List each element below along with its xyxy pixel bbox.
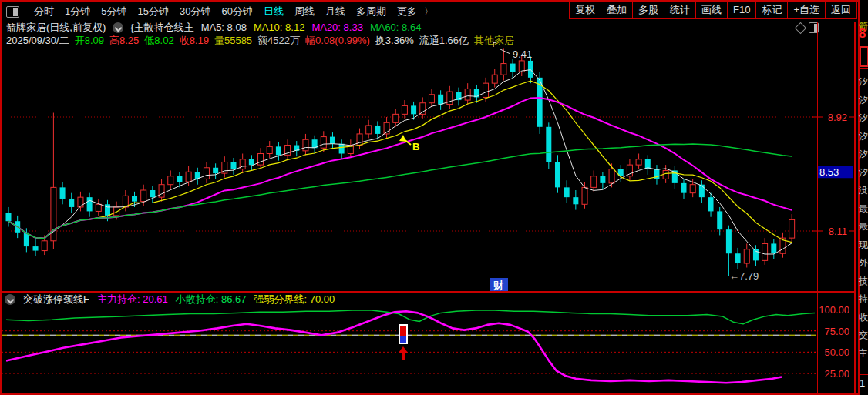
tab-more[interactable]: 更多 bbox=[392, 5, 422, 18]
sidebar-char: 交 bbox=[859, 326, 868, 345]
svg-text:25.00: 25.00 bbox=[824, 368, 849, 380]
sidebar-count: 1 bbox=[860, 377, 865, 389]
ma60-value: MA60: 8.64 bbox=[370, 22, 422, 33]
sidebar-char: 汐 bbox=[859, 109, 868, 128]
svg-text:F: F bbox=[493, 41, 497, 49]
axis-left-border bbox=[817, 22, 818, 393]
candlestick-chart[interactable]: 8.928.118.53F9.41B←7.79财 bbox=[2, 34, 854, 292]
sidebar-char: 收 bbox=[859, 309, 868, 327]
top-border bbox=[0, 0, 868, 2]
tab-30min[interactable]: 30分钟 bbox=[174, 5, 216, 18]
adjust-price-button[interactable]: 复权 bbox=[569, 2, 601, 18]
svg-text:50.00: 50.00 bbox=[824, 346, 849, 358]
tab-monthly[interactable]: 月线 bbox=[320, 5, 351, 18]
mark-button[interactable]: 标记 bbox=[755, 2, 787, 18]
indicator-header: 突破涨停颈线F 主力持仓: 20.61 小散持仓: 86.67 强弱分界线: 7… bbox=[5, 293, 335, 306]
window-layout-icon-fill bbox=[13, 8, 18, 16]
sidebar-char: 汐 bbox=[859, 164, 868, 182]
svg-text:100.00: 100.00 bbox=[819, 305, 849, 316]
sidebar-char: 汐 bbox=[859, 128, 868, 146]
back-button[interactable]: 返回 bbox=[825, 2, 856, 18]
period-toolbar: 分时 1分钟 5分钟 15分钟 30分钟 60分钟 日线 周线 月线 多周期 更… bbox=[5, 3, 433, 20]
ma20-value: MA20: 8.33 bbox=[311, 22, 363, 33]
overlay-button[interactable]: 叠加 bbox=[601, 2, 632, 18]
f10-button[interactable]: F10 bbox=[727, 2, 755, 18]
sidebar-char: 汐 bbox=[859, 73, 868, 92]
sidebar-divider-2 bbox=[858, 374, 868, 375]
sidebar-char: 持 bbox=[859, 290, 868, 309]
chevron-right-icon[interactable]: 〉 bbox=[424, 5, 433, 18]
add-watchlist-button[interactable]: +自选 bbox=[787, 2, 825, 18]
tab-timeshare[interactable]: 分时 bbox=[29, 5, 59, 18]
sidebar-char: 技 bbox=[859, 273, 868, 291]
panel-divider bbox=[0, 291, 856, 293]
sidebar-divider bbox=[858, 68, 868, 69]
tab-15min[interactable]: 15分钟 bbox=[132, 5, 173, 18]
svg-text:←7.79: ←7.79 bbox=[729, 270, 759, 282]
trading-app-window: 分时 1分钟 5分钟 15分钟 30分钟 60分钟 日线 周线 月线 多周期 更… bbox=[0, 0, 868, 395]
sidebar-char: 主 bbox=[859, 345, 868, 363]
tab-multi-period[interactable]: 多周期 bbox=[351, 5, 392, 18]
draw-line-button[interactable]: 画线 bbox=[695, 2, 727, 18]
ma5-value: MA5: 8.08 bbox=[201, 22, 247, 33]
tab-5min[interactable]: 5分钟 bbox=[96, 5, 132, 18]
tab-60min[interactable]: 60分钟 bbox=[216, 5, 257, 18]
sidebar-price-digit: 8 bbox=[859, 26, 866, 42]
left-border bbox=[0, 0, 2, 395]
sidebar-char: 没 bbox=[859, 182, 868, 200]
window-layout-icon[interactable] bbox=[6, 6, 19, 18]
svg-text:8.92: 8.92 bbox=[828, 112, 847, 123]
svg-text:8.53: 8.53 bbox=[819, 166, 839, 178]
multi-stock-button[interactable]: 多股 bbox=[632, 2, 664, 18]
title-row: 箭牌家居(日线,前复权) {主散持仓线主 MA5: 8.08 MA10: 8.1… bbox=[6, 21, 421, 34]
indicator-name: {主散持仓线主 bbox=[130, 21, 193, 35]
ma10-value: MA10: 8.12 bbox=[254, 22, 305, 33]
sidebar-char: 最 bbox=[859, 218, 868, 236]
axis-right-border bbox=[854, 22, 856, 393]
sidebar-char: 外 bbox=[859, 254, 868, 273]
svg-text:B: B bbox=[412, 141, 419, 152]
tab-1min[interactable]: 1分钟 bbox=[59, 5, 96, 18]
indicator-collapse-icon[interactable] bbox=[5, 294, 15, 305]
stock-title: 箭牌家居(日线,前复权) bbox=[6, 21, 106, 35]
sidebar-vertical-text: 汐汐汐汐汐汐没最最现外技持收交主 bbox=[859, 73, 868, 363]
statistics-button[interactable]: 统计 bbox=[664, 2, 695, 18]
sidebar-char: 最 bbox=[859, 200, 868, 219]
sidebar-char: 汐 bbox=[859, 146, 868, 164]
diamond-icon[interactable] bbox=[795, 22, 807, 35]
tab-daily[interactable]: 日线 bbox=[258, 5, 289, 18]
sidebar-char: 现 bbox=[859, 236, 868, 255]
holding-indicator-chart[interactable]: 100.0075.0050.0025.00 bbox=[2, 305, 854, 393]
tab-weekly[interactable]: 周线 bbox=[289, 5, 320, 18]
right-sidebar-clipped: 箭 8 汐汐汐汐汐汐没最最现外技持收交主 1 bbox=[858, 0, 868, 395]
svg-text:8.11: 8.11 bbox=[829, 226, 847, 237]
action-toolbar: 复权 叠加 多股 统计 画线 F10 标记 +自选 返回 bbox=[569, 2, 857, 19]
svg-text:9.41: 9.41 bbox=[513, 49, 532, 60]
sidebar-red-box bbox=[860, 46, 868, 67]
svg-text:75.00: 75.00 bbox=[824, 326, 849, 337]
sidebar-char: 汐 bbox=[859, 92, 868, 110]
collapse-chevron-icon[interactable] bbox=[113, 22, 123, 33]
svg-text:财: 财 bbox=[493, 280, 503, 291]
